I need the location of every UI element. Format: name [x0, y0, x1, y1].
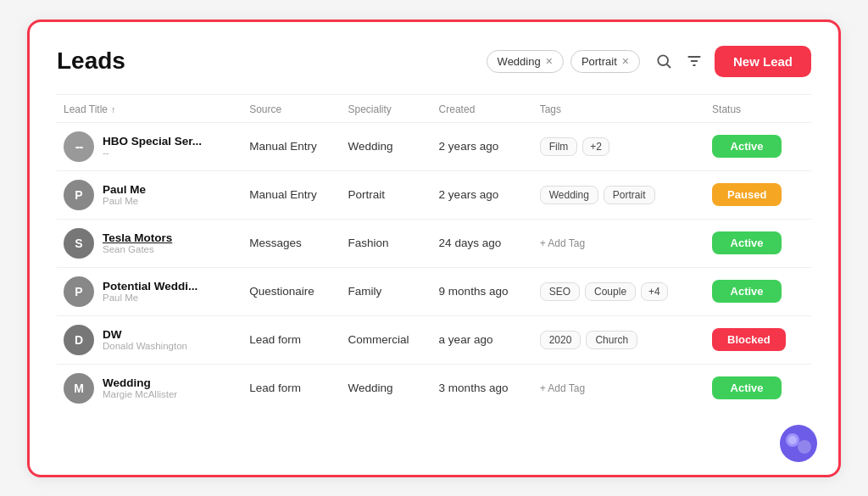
app-logo: [780, 425, 817, 462]
lead-name: Paul Me: [103, 183, 146, 196]
tags-cell: + Add Tag: [533, 364, 705, 412]
lead-title-cell: M Wedding Margie McAllister: [57, 364, 242, 412]
chip-remove-wedding[interactable]: ×: [546, 55, 553, 67]
lead-name: Wedding: [103, 376, 177, 389]
table-row[interactable]: -- HBO Special Ser... -- Manual EntryWed…: [57, 122, 811, 170]
source-cell: Lead form: [242, 364, 341, 412]
status-cell: Active: [705, 122, 811, 170]
lead-title-cell: S Tesla Motors Sean Gates: [57, 219, 242, 267]
status-badge: Active: [712, 376, 782, 399]
lead-name: HBO Special Ser...: [103, 135, 202, 148]
source-cell: Lead form: [242, 315, 341, 364]
svg-line-1: [667, 64, 670, 68]
status-cell: Active: [705, 219, 811, 267]
lead-title-cell: P Paul Me Paul Me: [57, 170, 242, 219]
status-badge: Active: [712, 231, 782, 254]
lead-name: DW: [103, 328, 187, 341]
source-cell: Messages: [242, 219, 341, 267]
tags-cell: Film+2: [533, 122, 705, 170]
tags-more-badge[interactable]: +2: [582, 137, 609, 156]
lead-sub: Donald Washington: [103, 341, 187, 351]
lead-title-cell: -- HBO Special Ser... --: [57, 122, 242, 170]
avatar: --: [64, 131, 94, 162]
table-row[interactable]: P Paul Me Paul Me Manual EntryPortrait2 …: [57, 170, 811, 219]
created-cell: 2 years ago: [432, 122, 533, 170]
table-row[interactable]: D DW Donald Washington Lead formCommerci…: [57, 315, 811, 364]
speciality-cell: Wedding: [341, 364, 431, 412]
svg-point-5: [780, 425, 817, 462]
col-source: Source: [242, 95, 341, 123]
speciality-cell: Family: [341, 267, 431, 315]
tag-badge[interactable]: Couple: [585, 282, 636, 301]
sort-arrow-icon: ↑: [111, 104, 116, 114]
status-badge: Blocked: [712, 328, 786, 351]
col-status: Status: [705, 95, 811, 123]
lead-title-cell: P Potential Weddi... Paul Me: [57, 267, 242, 315]
status-cell: Active: [705, 364, 811, 412]
lead-sub: Paul Me: [103, 196, 146, 206]
tag-badge[interactable]: Film: [540, 137, 578, 156]
created-cell: 2 years ago: [432, 170, 533, 219]
filter-chips: Wedding × Portrait ×: [487, 50, 640, 73]
created-cell: 9 months ago: [432, 267, 533, 315]
avatar: D: [64, 325, 94, 355]
lead-title-cell: D DW Donald Washington: [57, 315, 242, 364]
created-cell: 24 days ago: [432, 219, 533, 267]
lead-sub: Sean Gates: [103, 244, 172, 254]
avatar: P: [64, 276, 94, 307]
tags-cell: 2020Church: [533, 315, 705, 364]
tag-badge[interactable]: SEO: [540, 282, 580, 301]
tags-cell: WeddingPortrait: [533, 170, 705, 219]
table-row[interactable]: M Wedding Margie McAllister Lead formWed…: [57, 364, 811, 412]
source-cell: Manual Entry: [242, 170, 341, 219]
chip-remove-portrait[interactable]: ×: [622, 55, 629, 67]
tag-badge[interactable]: 2020: [540, 331, 581, 349]
tags-more-badge[interactable]: +4: [641, 282, 668, 301]
avatar: P: [64, 180, 94, 210]
chip-label-portrait: Portrait: [581, 55, 617, 68]
page-header: Leads Wedding × Portrait ×: [57, 46, 811, 77]
table-row[interactable]: P Potential Weddi... Paul Me Questionair…: [57, 267, 811, 315]
status-cell: Active: [705, 267, 811, 315]
page-title: Leads: [57, 47, 487, 75]
speciality-cell: Portrait: [341, 170, 431, 219]
col-tags: Tags: [533, 95, 705, 123]
search-icon: [655, 53, 672, 70]
created-cell: a year ago: [432, 315, 533, 364]
filter-chip-wedding[interactable]: Wedding ×: [487, 50, 564, 73]
add-tag-button[interactable]: + Add Tag: [540, 382, 586, 394]
table-row[interactable]: S Tesla Motors Sean Gates MessagesFashio…: [57, 219, 811, 267]
col-speciality: Speciality: [341, 95, 431, 123]
avatar: M: [64, 373, 94, 404]
status-badge: Active: [712, 280, 782, 303]
speciality-cell: Wedding: [341, 122, 431, 170]
source-cell: Manual Entry: [242, 122, 341, 170]
leads-table: Lead Title ↑ Source Speciality Created T…: [57, 95, 811, 412]
filter-button[interactable]: [679, 47, 709, 75]
add-tag-button[interactable]: + Add Tag: [540, 237, 586, 249]
tags-cell: + Add Tag: [533, 219, 705, 267]
status-cell: Blocked: [705, 315, 811, 364]
avatar: S: [64, 228, 94, 259]
status-cell: Paused: [705, 170, 811, 219]
status-badge: Paused: [712, 183, 782, 206]
created-cell: 3 months ago: [432, 364, 533, 412]
svg-point-7: [798, 440, 811, 454]
tag-badge[interactable]: Portrait: [604, 186, 655, 204]
tag-badge[interactable]: Church: [586, 331, 637, 349]
search-button[interactable]: [648, 47, 679, 75]
speciality-cell: Fashion: [341, 219, 431, 267]
tag-badge[interactable]: Wedding: [540, 186, 598, 204]
chip-label-wedding: Wedding: [498, 55, 541, 68]
col-created: Created: [432, 95, 533, 123]
speciality-cell: Commercial: [341, 315, 431, 364]
tags-cell: SEOCouple+4: [533, 267, 705, 315]
lead-sub: Margie McAllister: [103, 389, 177, 399]
lead-sub: --: [103, 148, 202, 158]
source-cell: Questionaire: [242, 267, 341, 315]
lead-name[interactable]: Tesla Motors: [103, 231, 172, 244]
lead-sub: Paul Me: [103, 293, 198, 303]
new-lead-button[interactable]: New Lead: [715, 46, 811, 77]
lead-name: Potential Weddi...: [103, 280, 198, 293]
filter-chip-portrait[interactable]: Portrait ×: [570, 50, 640, 73]
